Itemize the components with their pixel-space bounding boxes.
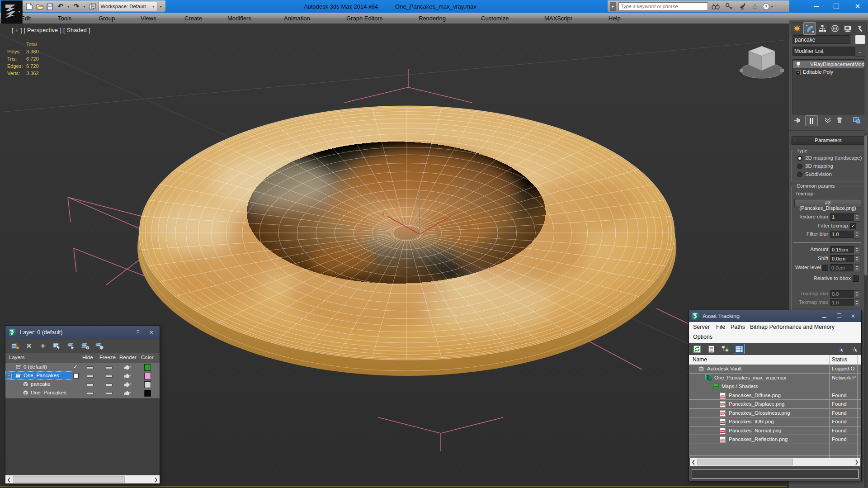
menu-create[interactable]: Create <box>184 13 202 24</box>
new-scene-button[interactable] <box>25 2 34 11</box>
layer-close-button[interactable]: ✕ <box>147 329 156 336</box>
texmap-min-field[interactable]: 0.0 <box>830 290 855 298</box>
scrollbar-thumb[interactable] <box>697 459 793 465</box>
column-status[interactable]: Status <box>832 356 847 363</box>
hide-toggle[interactable] <box>87 392 94 395</box>
asset-row-maps-shaders[interactable]: Maps / Shaders <box>689 382 861 391</box>
workspace-selector[interactable]: Workspace: Default ▼ <box>98 2 157 11</box>
panel-scrollbar[interactable] <box>864 133 868 488</box>
search-button[interactable] <box>710 2 721 11</box>
hide-toggle[interactable] <box>87 366 94 369</box>
context-help-button[interactable]: ? <box>835 344 845 354</box>
tab-utilities[interactable] <box>854 22 867 35</box>
highlight-selected-objects-layer-button[interactable] <box>66 341 76 351</box>
asset-window-titlebar[interactable]: Asset Tracking ✕ <box>689 310 861 322</box>
menu-group[interactable]: Group <box>99 13 115 24</box>
panel-scrollbar-thumb[interactable] <box>864 135 867 275</box>
texmap-max-spinner[interactable]: ▲▼ <box>854 299 860 307</box>
render-teapot-icon[interactable] <box>124 382 131 387</box>
search-history-button[interactable]: ► <box>610 2 616 11</box>
viewport-label[interactable]: [ + ] [ Perspective ] [ Shaded ] <box>12 27 90 33</box>
scroll-left-icon[interactable]: ❮ <box>690 460 697 464</box>
layer-color-swatch[interactable] <box>144 364 151 371</box>
menu-rendering[interactable]: Rendering <box>419 13 446 24</box>
tree-view-button[interactable] <box>720 344 731 354</box>
object-color-swatch[interactable] <box>855 35 865 44</box>
freeze-toggle[interactable] <box>106 375 113 378</box>
object-row-pancake[interactable]: pancake <box>5 380 160 389</box>
search-input[interactable] <box>618 2 708 11</box>
pin-stack-button[interactable] <box>792 115 802 125</box>
asset-row-png[interactable]: PNG Pancakes_Displace.png Found <box>689 400 861 409</box>
layer-help-button[interactable]: ? <box>132 329 143 336</box>
render-teapot-icon[interactable] <box>124 373 131 379</box>
pancake-mesh[interactable] <box>137 106 676 376</box>
menu-maxscript[interactable]: MAXScript <box>544 13 572 24</box>
add-to-layer-button[interactable]: + <box>38 341 48 351</box>
modifier-list-dropdown[interactable]: Modifier List <box>793 47 855 56</box>
redo-dropdown[interactable]: ▼ <box>82 2 86 11</box>
scroll-right-icon[interactable]: ❯ <box>152 477 160 482</box>
asset-menu-bitmap-performance[interactable]: Bitmap Performance and Memory <box>750 324 835 330</box>
menu-views[interactable]: Views <box>141 13 156 24</box>
application-menu-button[interactable]: ▼ <box>1 0 23 24</box>
modifier-list-caret[interactable]: ⌄ <box>855 47 865 57</box>
object-row-one-pancakes[interactable]: One_Pancakes <box>5 389 160 397</box>
asset-row-max-file[interactable]: One_Pancakes_max_vray.max Network P <box>689 374 861 383</box>
layer-settings-button[interactable] <box>94 341 104 351</box>
menu-tools[interactable]: Tools <box>58 13 71 24</box>
configure-modifier-sets-button[interactable] <box>851 115 862 125</box>
render-teapot-icon[interactable] <box>124 390 131 396</box>
tab-motion[interactable] <box>829 22 841 35</box>
current-layer-check[interactable]: ✓ <box>73 363 78 371</box>
texture-chan-field[interactable]: 1 <box>830 213 855 221</box>
scroll-left-icon[interactable]: ❮ <box>5 477 13 482</box>
shift-spinner[interactable]: ▲▼ <box>854 255 860 263</box>
layer-row-default[interactable]: 0 (default) ✓ <box>5 363 160 371</box>
filter-texmap-checkbox[interactable]: ✓ <box>850 223 856 229</box>
asset-horizontal-scrollbar[interactable]: ❮ ❯ <box>690 458 860 466</box>
texture-chan-spinner[interactable]: ▲▼ <box>854 213 860 222</box>
water-level-field[interactable]: 0.0cm <box>830 264 853 271</box>
list-view-button[interactable] <box>706 344 717 354</box>
maximize-button[interactable] <box>829 0 844 13</box>
relative-bbox-checkbox[interactable] <box>853 275 859 282</box>
asset-maximize-button[interactable] <box>833 313 845 319</box>
column-name[interactable]: Name <box>693 356 707 363</box>
set-current-layer-button[interactable] <box>80 341 90 351</box>
stack-item-vraydisplacementmod[interactable]: VRayDisplacementMod <box>793 61 864 68</box>
texmap-min-spinner[interactable]: ▲▼ <box>854 290 860 298</box>
hide-toggle[interactable] <box>87 384 94 386</box>
delete-layer-button[interactable]: ✕ <box>24 341 34 351</box>
asset-close-button[interactable]: ✕ <box>848 313 858 319</box>
freeze-toggle[interactable] <box>106 384 113 386</box>
table-view-button[interactable] <box>734 344 745 354</box>
texmap-button[interactable]: #3 (Pancakes_Displace.png) <box>794 199 861 208</box>
object-name-field[interactable] <box>793 35 850 44</box>
asset-minimize-button[interactable] <box>818 313 830 319</box>
amount-field[interactable]: 0.19cm <box>830 246 855 253</box>
save-file-button[interactable] <box>46 2 55 11</box>
create-new-layer-button[interactable] <box>10 341 20 351</box>
subscription-button[interactable] <box>723 2 734 11</box>
refresh-button[interactable] <box>692 344 703 354</box>
undo-button[interactable]: ↶ <box>56 2 65 11</box>
asset-menu-server[interactable]: Server <box>693 324 710 330</box>
water-level-spinner[interactable]: ▲▼ <box>854 264 860 272</box>
communication-center-button[interactable] <box>736 2 747 11</box>
asset-row-png[interactable]: PNG Pancakes_Reflection.png Found <box>689 435 861 444</box>
layer-row-one-pancakes[interactable]: − One_Pancakes <box>5 371 160 380</box>
freeze-toggle[interactable] <box>106 366 113 369</box>
minimize-button[interactable] <box>808 0 824 13</box>
tab-modify[interactable] <box>803 22 816 35</box>
show-end-result-button[interactable] <box>805 115 818 126</box>
filter-blur-field[interactable]: 1.0 <box>830 231 855 238</box>
shift-field[interactable]: 0.0cm <box>830 255 855 262</box>
menu-animation[interactable]: Animation <box>284 13 310 24</box>
asset-menu-file[interactable]: File <box>716 324 725 330</box>
hide-toggle[interactable] <box>87 375 94 378</box>
tab-display[interactable] <box>841 22 854 35</box>
asset-menu-options[interactable]: Options <box>693 334 712 340</box>
asset-row-png[interactable]: PNG Pancakes_Diffuse.png Found <box>689 391 861 400</box>
expand-box-icon[interactable]: + <box>796 70 801 75</box>
